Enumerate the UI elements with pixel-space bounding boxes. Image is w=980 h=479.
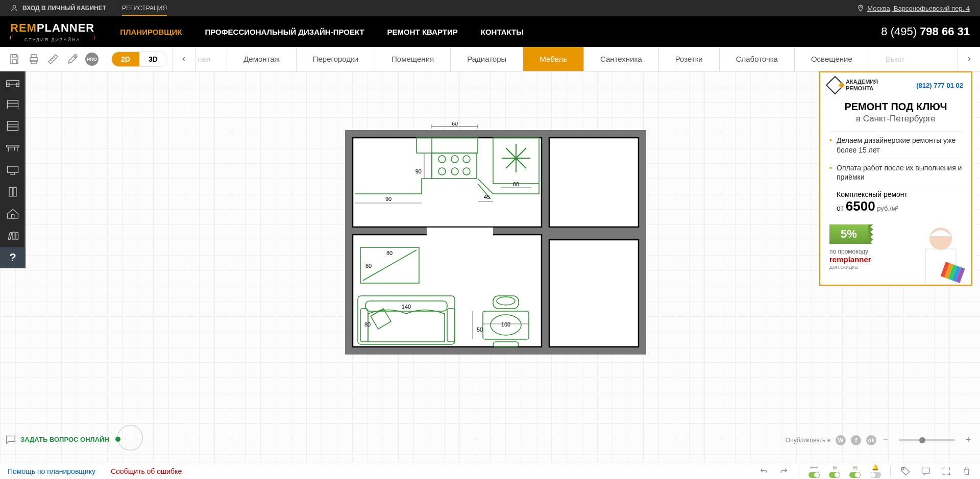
sidebar-sofa[interactable]: [0, 71, 26, 93]
svg-text:140: 140: [402, 304, 411, 310]
svg-rect-28: [13, 187, 16, 196]
tab-lighting[interactable]: Освещение: [795, 47, 869, 71]
delete-button[interactable]: [961, 466, 972, 477]
ad-panel[interactable]: АКАДЕМИЯРЕМОНТА (812) 777 01 02 РЕМОНТ П…: [819, 71, 972, 286]
canvas[interactable]: ? 60: [0, 71, 980, 463]
report-link[interactable]: Сообщить об ошибке: [111, 467, 182, 475]
logo[interactable]: REMPLANNER СТУДИЯ ДИЗАЙНА: [10, 21, 94, 42]
ad-phone[interactable]: (812) 777 01 02: [916, 82, 963, 89]
nav-planner[interactable]: ПЛАНИРОВЩИК: [120, 28, 182, 36]
logo-prefix: REM: [10, 21, 37, 34]
svg-text:60: 60: [365, 263, 372, 269]
toggle-snap[interactable]: ⊞: [829, 464, 840, 478]
sidebar-help[interactable]: ?: [0, 247, 26, 268]
tab-partitions[interactable]: Перегородки: [297, 47, 375, 71]
sidebar-books[interactable]: [0, 225, 26, 246]
ruler-icon[interactable]: [44, 50, 62, 68]
svg-rect-5: [31, 55, 36, 58]
undo-button[interactable]: [758, 466, 769, 477]
svg-rect-11: [8, 100, 18, 107]
svg-rect-8: [7, 81, 19, 85]
login-link[interactable]: ВХОД В ЛИЧНЫЙ КАБИНЕТ: [10, 4, 106, 12]
divider: [114, 4, 114, 12]
pin-icon: [857, 5, 864, 12]
fb-icon[interactable]: f: [851, 435, 861, 445]
fullscreen-button[interactable]: [941, 466, 952, 477]
tab-plan[interactable]: лан: [195, 47, 227, 71]
zoom-handle[interactable]: [919, 437, 925, 443]
online-dot-icon: [115, 437, 120, 442]
sidebar-fridge[interactable]: [0, 181, 26, 203]
toggle-dims[interactable]: ⟷: [808, 464, 820, 478]
view-toggle: 2D 3D: [111, 52, 167, 67]
ad-bullet: Оплата работ после их выполнения и приём…: [829, 159, 962, 186]
zoom-in-button[interactable]: +: [964, 435, 972, 445]
ad-logo: АКАДЕМИЯРЕМОНТА: [828, 79, 878, 92]
svg-point-88: [903, 468, 904, 470]
sidebar-dresser[interactable]: [0, 115, 26, 137]
ad-discount-badge: 5%: [829, 224, 868, 244]
publish-bar: Опубликовать в W f ok − +: [786, 435, 972, 445]
svg-rect-35: [427, 228, 493, 237]
nav-renovation[interactable]: РЕМОНТ КВАРТИР: [387, 28, 458, 36]
main-nav: REMPLANNER СТУДИЯ ДИЗАЙНА ПЛАНИРОВЩИК ПР…: [0, 16, 980, 47]
view-3d-button[interactable]: 3D: [139, 52, 167, 66]
redo-button[interactable]: [778, 466, 790, 477]
toolbar: PRO 2D 3D лан Демонтаж Перегородки Помещ…: [0, 47, 980, 71]
zoom-slider[interactable]: [899, 439, 955, 441]
tab-rooms[interactable]: Помещения: [375, 47, 451, 71]
tabs-prev-button[interactable]: [173, 47, 195, 71]
save-icon[interactable]: [5, 50, 23, 68]
svg-text:60: 60: [452, 122, 458, 127]
tag-button[interactable]: [900, 466, 911, 477]
publish-label: Опубликовать в: [786, 437, 830, 444]
tab-switches[interactable]: Выкл: [869, 47, 920, 71]
view-2d-button[interactable]: 2D: [112, 52, 139, 66]
tab-furniture[interactable]: Мебель: [523, 47, 584, 71]
comment-button[interactable]: [920, 466, 932, 477]
toolbar-icons: PRO: [0, 50, 106, 68]
pro-badge[interactable]: PRO: [83, 50, 101, 68]
tab-lowvoltage[interactable]: Слаботочка: [720, 47, 795, 71]
zoom-out-button[interactable]: −: [881, 435, 890, 445]
sidebar-bed[interactable]: [0, 93, 26, 115]
svg-point-1: [860, 7, 862, 8]
svg-rect-15: [8, 121, 18, 131]
help-link[interactable]: Помощь по планировщику: [8, 467, 95, 475]
tab-radiators[interactable]: Радиаторы: [451, 47, 523, 71]
chat-label: ЗАДАТЬ ВОПРОС ОНЛАЙН: [20, 436, 109, 443]
svg-rect-89: [922, 468, 930, 473]
print-icon[interactable]: [24, 50, 43, 68]
header-bar: ВХОД В ЛИЧНЫЙ КАБИНЕТ РЕГИСТРАЦИЯ Москва…: [0, 0, 980, 16]
phone[interactable]: 8 (495) 798 66 31: [881, 25, 970, 38]
ok-icon[interactable]: ok: [866, 435, 876, 445]
furniture-sidebar: ?: [0, 71, 26, 268]
sidebar-tv[interactable]: [0, 159, 26, 181]
tab-demolition[interactable]: Демонтаж: [227, 47, 297, 71]
toggle-bell[interactable]: 🔔: [870, 464, 881, 478]
sidebar-house[interactable]: [0, 203, 26, 224]
floorplan[interactable]: 60 90 90 45 60: [340, 122, 651, 357]
register-link[interactable]: РЕГИСТРАЦИЯ: [122, 5, 167, 16]
tab-plumbing[interactable]: Сантехника: [584, 47, 659, 71]
sidebar-table[interactable]: [0, 137, 26, 159]
toggle-layers[interactable]: ▤: [849, 464, 861, 478]
svg-text:90: 90: [385, 196, 391, 202]
tabs-next-button[interactable]: [958, 47, 980, 71]
svg-rect-2: [12, 55, 16, 57]
svg-rect-3: [12, 60, 16, 64]
vk-icon[interactable]: W: [836, 435, 846, 445]
nav-links: ПЛАНИРОВЩИК ПРОФЕССИОНАЛЬНЫЙ ДИЗАЙН-ПРОЕ…: [120, 28, 524, 36]
toolbar-tabs: лан Демонтаж Перегородки Помещения Радиа…: [195, 47, 958, 71]
tab-sockets[interactable]: Розетки: [659, 47, 720, 71]
nav-contacts[interactable]: КОНТАКТЫ: [481, 28, 524, 36]
svg-rect-6: [31, 61, 36, 64]
footer: Помощь по планировщику Сообщить об ошибк…: [0, 463, 980, 479]
login-label: ВХОД В ЛИЧНЫЙ КАБИНЕТ: [22, 5, 106, 12]
nav-design[interactable]: ПРОФЕССИОНАЛЬНЫЙ ДИЗАЙН-ПРОЕКТ: [205, 28, 364, 36]
location-link[interactable]: Москва, Варсонофьевский пер. 4: [857, 5, 970, 12]
chat-button[interactable]: ЗАДАТЬ ВОПРОС ОНЛАЙН: [5, 434, 120, 445]
ad-bullet: Делаем дизайнерские ремонты уже более 15…: [829, 131, 962, 158]
tools-icon[interactable]: [63, 50, 82, 68]
svg-rect-34: [549, 240, 639, 347]
